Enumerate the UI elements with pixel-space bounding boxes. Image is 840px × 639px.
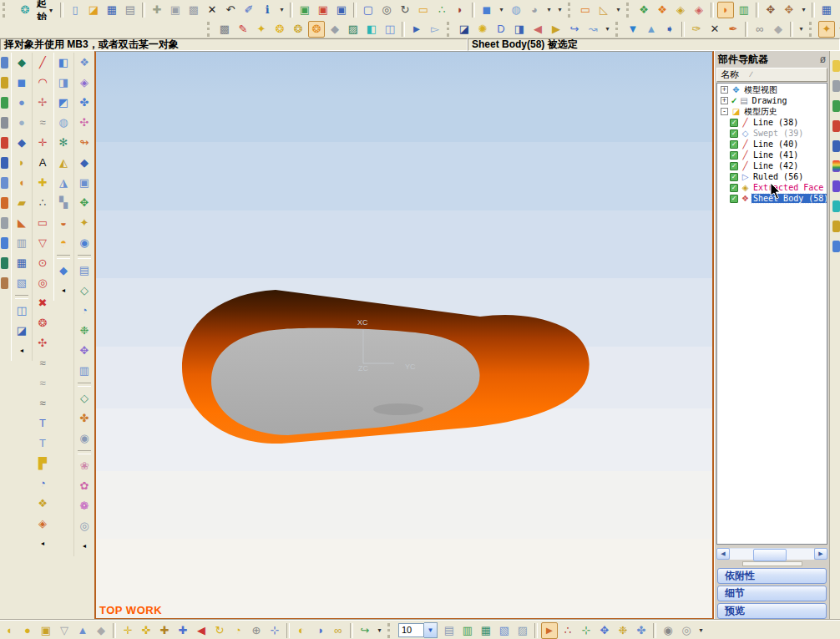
point-half-icon[interactable]: ◖ bbox=[1, 622, 18, 639]
window-blue-icon[interactable]: ▣ bbox=[333, 2, 350, 18]
orient-view-icon[interactable]: ∴ bbox=[433, 2, 450, 18]
rectangle-tool-icon[interactable]: ▭ bbox=[34, 215, 51, 231]
clipped-tool-icon[interactable] bbox=[1, 257, 8, 269]
clipped-tool-icon[interactable] bbox=[832, 100, 840, 112]
expand-icon[interactable]: + bbox=[721, 97, 728, 104]
render-dropdown-icon[interactable]: ▾ bbox=[544, 2, 554, 18]
zoom-icon[interactable]: ◎ bbox=[378, 2, 395, 18]
pour2-icon[interactable]: ▲ bbox=[643, 21, 660, 38]
quad-face-icon[interactable]: ◔ bbox=[34, 475, 51, 492]
checkbox-checked-icon[interactable]: ✓ bbox=[730, 162, 738, 170]
render-style-icon[interactable]: ◕ bbox=[526, 2, 543, 18]
star-dropdown-icon[interactable]: ▾ bbox=[837, 21, 840, 38]
move-object-icon[interactable]: ► bbox=[408, 21, 425, 38]
scroll-right-icon[interactable]: ▶ bbox=[814, 548, 827, 560]
undo-icon[interactable]: ↶ bbox=[222, 2, 239, 18]
tree-row[interactable]: ✓╱Line (40) bbox=[717, 139, 827, 150]
shaded-dropdown-icon[interactable]: ▾ bbox=[497, 2, 506, 18]
studio-spline2-icon[interactable]: ≈ bbox=[34, 375, 51, 392]
boolean-subtract-icon[interactable]: ◪ bbox=[13, 322, 30, 339]
open-icon[interactable]: ◪ bbox=[85, 2, 102, 18]
clipped-tool-icon[interactable] bbox=[1, 137, 8, 149]
sketch-icon[interactable]: ✎ bbox=[235, 21, 251, 38]
panel-gold-icon[interactable]: ▛ bbox=[34, 455, 51, 472]
colB-collapse-icon[interactable]: ◂ bbox=[18, 342, 27, 359]
globe-gray-icon[interactable]: ◎ bbox=[76, 518, 93, 535]
line-tool-icon[interactable]: ╱ bbox=[34, 54, 51, 71]
toolbar-grip[interactable] bbox=[207, 22, 212, 37]
tree-row[interactable]: ✓▷Ruled (56) bbox=[717, 171, 827, 182]
panel-bar[interactable]: 依附性 bbox=[717, 568, 827, 584]
trim-icon[interactable]: ✕ bbox=[706, 21, 723, 38]
thicken-icon[interactable]: ▥ bbox=[76, 363, 93, 379]
book-green-icon[interactable]: ▧ bbox=[837, 2, 840, 18]
sphere-icon[interactable]: ● bbox=[13, 114, 30, 131]
navigator-column-header[interactable]: 名称 ∕ bbox=[716, 68, 827, 82]
clipped-tool-icon[interactable] bbox=[1, 97, 8, 109]
measure-angle-icon[interactable]: ◺ bbox=[595, 2, 612, 18]
constraint-icon[interactable]: ∴ bbox=[559, 622, 576, 639]
tree-node-label[interactable]: Line (38) bbox=[751, 118, 800, 127]
block-icon[interactable]: ◆ bbox=[13, 134, 30, 151]
scroll-left-icon[interactable]: ◀ bbox=[716, 548, 730, 560]
xyz-point-icon[interactable]: ✖ bbox=[34, 295, 51, 312]
snap-mid-icon[interactable]: ✜ bbox=[138, 622, 154, 639]
clipped-tool-icon[interactable] bbox=[832, 160, 840, 172]
tee-tool2-icon[interactable]: T bbox=[34, 435, 51, 452]
snapshot-icon[interactable]: ▩ bbox=[216, 21, 233, 38]
pocket-icon[interactable]: ◣ bbox=[13, 215, 30, 231]
extension-icon[interactable]: ◮ bbox=[55, 175, 72, 191]
wireframe-sphere-icon[interactable]: ◍ bbox=[508, 2, 524, 18]
swept-sheet-body[interactable]: XC ZC YC bbox=[96, 52, 712, 617]
flower-rose-icon[interactable]: ✿ bbox=[76, 478, 93, 494]
bridge-icon[interactable]: ↬ bbox=[76, 134, 93, 151]
tree-node-label[interactable]: Swept (39) bbox=[751, 129, 805, 138]
styled-blend-icon[interactable]: ✥ bbox=[76, 195, 93, 211]
polygon-tool-icon[interactable]: ▽ bbox=[34, 235, 51, 251]
checkbox-checked-icon[interactable]: ✓ bbox=[730, 184, 738, 192]
toolbar-combobox[interactable]: 10 ▼ bbox=[398, 623, 438, 637]
snap-int-icon[interactable]: ✚ bbox=[156, 622, 173, 639]
clipped-tool-icon[interactable] bbox=[1, 237, 8, 249]
datum-icon[interactable]: ✦ bbox=[253, 21, 270, 38]
analysis-icon[interactable]: ▥ bbox=[736, 2, 752, 18]
studio-spline3-icon[interactable]: ≈ bbox=[34, 395, 51, 412]
clipped-tool-icon[interactable] bbox=[1, 277, 8, 289]
panel-splitter[interactable] bbox=[716, 560, 827, 566]
tree-node-label[interactable]: Sheet Body (58) bbox=[751, 194, 827, 203]
feature-pink-icon[interactable]: ◈ bbox=[691, 2, 707, 18]
sew-icon[interactable]: ◆ bbox=[55, 262, 72, 279]
clipped-tool-icon[interactable] bbox=[832, 120, 840, 132]
tree-node-label[interactable]: 模型视图 bbox=[742, 84, 779, 96]
print-icon[interactable]: ▤ bbox=[122, 2, 139, 18]
bottom-overflow-icon[interactable]: ▾ bbox=[696, 622, 706, 639]
checkbox-checked-icon[interactable]: ✓ bbox=[730, 151, 738, 160]
measure-distance-icon[interactable]: ▭ bbox=[577, 2, 594, 18]
start-menu-button[interactable]: ❂ 起始 ▾ bbox=[13, 2, 56, 18]
overflow-dropdown-icon[interactable]: ▾ bbox=[555, 2, 564, 18]
cone-icon[interactable]: ◖ bbox=[13, 175, 30, 191]
star-filter-icon[interactable]: ✦ bbox=[818, 21, 835, 38]
tree-row[interactable]: ✓╱Line (41) bbox=[717, 150, 827, 160]
extrude-icon[interactable]: ◼ bbox=[13, 74, 30, 91]
hand-dropdown-icon[interactable]: ▾ bbox=[799, 2, 808, 18]
bulb-pressed-icon[interactable]: ❂ bbox=[308, 21, 325, 38]
wcs-dynamics-icon[interactable]: ✥ bbox=[596, 622, 613, 639]
draft-icon[interactable]: D bbox=[493, 21, 509, 38]
clipped-tool-icon[interactable] bbox=[1, 197, 8, 209]
swept-active-icon[interactable]: ◗ bbox=[717, 2, 734, 18]
snap-quad-icon[interactable]: ◔ bbox=[230, 622, 246, 639]
cyl-gold-icon[interactable]: ◐ bbox=[293, 622, 310, 639]
wrap-geometry-icon[interactable]: ✥ bbox=[76, 342, 93, 359]
checkbox-checked-icon[interactable]: ✓ bbox=[730, 119, 738, 127]
toolbar-grip[interactable] bbox=[626, 3, 631, 18]
tree-row[interactable]: +✥模型视图 bbox=[717, 84, 827, 95]
revolve-icon[interactable]: ● bbox=[13, 94, 30, 111]
through-curves-icon[interactable]: ◨ bbox=[55, 74, 72, 91]
teal-cube-icon[interactable]: ◧ bbox=[363, 21, 380, 38]
burst-icon[interactable]: ✺ bbox=[474, 21, 491, 38]
layers-icon[interactable]: ◀ bbox=[529, 21, 546, 38]
face-blend-icon[interactable]: ◆ bbox=[76, 155, 93, 171]
snap-plus-icon[interactable]: ✚ bbox=[175, 622, 191, 639]
tree-row[interactable]: ✓╱Line (42) bbox=[717, 160, 827, 171]
